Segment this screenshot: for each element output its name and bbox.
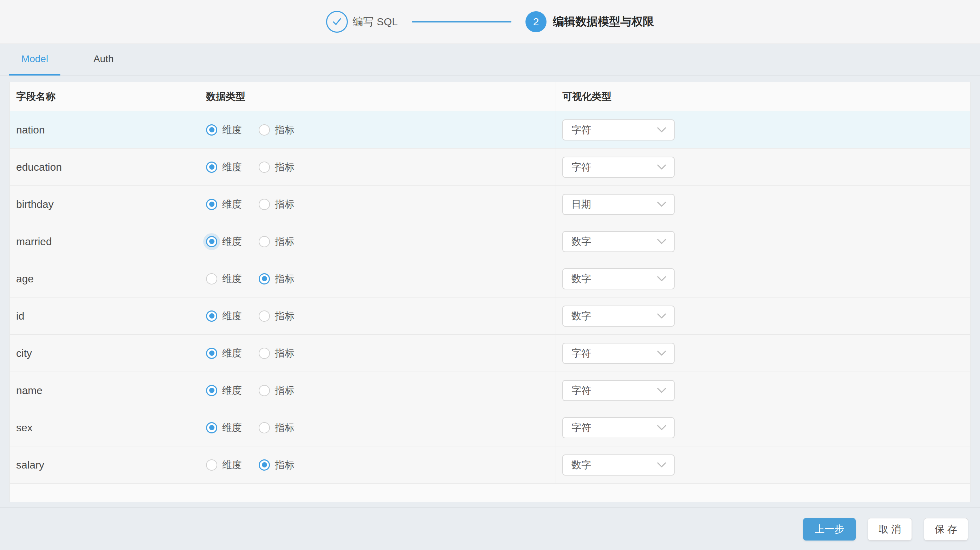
dimension-radio[interactable] [206, 311, 217, 322]
data-type-cell: 维度 指标 [199, 335, 556, 371]
viz-type-select[interactable]: 字符 [562, 343, 675, 364]
metric-radio[interactable] [259, 199, 270, 210]
viz-type-select-value: 数字 [571, 309, 591, 323]
dimension-radio-option[interactable]: 维度 [206, 421, 242, 434]
viz-type-cell: 数字 [556, 298, 970, 334]
dimension-radio[interactable] [206, 422, 217, 434]
dimension-radio-option[interactable]: 维度 [206, 458, 242, 472]
data-type-cell: 维度 指标 [199, 298, 556, 334]
field-name: age [16, 273, 34, 285]
metric-radio-option[interactable]: 指标 [259, 309, 294, 323]
dimension-radio[interactable] [206, 199, 217, 210]
field-name: education [16, 161, 62, 173]
dimension-radio[interactable] [206, 459, 217, 470]
dimension-radio-option[interactable]: 维度 [206, 384, 242, 397]
dimension-radio-option[interactable]: 维度 [206, 309, 242, 323]
viz-type-cell: 数字 [556, 223, 970, 260]
field-name: id [16, 310, 24, 322]
field-name: name [16, 384, 43, 397]
cancel-button[interactable]: 取 消 [868, 518, 912, 540]
chevron-down-icon [657, 164, 666, 170]
metric-radio-option[interactable]: 指标 [259, 458, 294, 472]
metric-radio-option[interactable]: 指标 [259, 384, 294, 397]
save-button[interactable]: 保 存 [924, 518, 968, 540]
step-2-current: 2 编辑数据模型与权限 [525, 11, 654, 32]
data-type-cell: 维度 指标 [199, 148, 556, 185]
dimension-radio[interactable] [206, 161, 217, 173]
tab-auth[interactable]: Auth [78, 44, 129, 75]
viz-type-cell: 数字 [556, 260, 970, 297]
dimension-radio-option[interactable]: 维度 [206, 161, 242, 174]
field-name-cell: city [10, 335, 199, 371]
metric-radio[interactable] [259, 124, 270, 136]
metric-radio-label: 指标 [275, 384, 294, 397]
viz-type-select-value: 日期 [571, 198, 591, 211]
metric-radio[interactable] [259, 459, 270, 470]
viz-type-select[interactable]: 字符 [562, 417, 675, 438]
data-type-cell: 维度 指标 [199, 446, 556, 483]
dimension-radio[interactable] [206, 124, 217, 136]
dimension-radio-label: 维度 [222, 347, 242, 360]
viz-type-select[interactable]: 数字 [562, 231, 675, 252]
viz-type-select[interactable]: 字符 [562, 120, 675, 140]
metric-radio[interactable] [259, 422, 270, 434]
chevron-down-icon [657, 462, 666, 467]
dimension-radio-option[interactable]: 维度 [206, 198, 242, 211]
metric-radio[interactable] [259, 348, 270, 359]
metric-radio-label: 指标 [275, 161, 294, 174]
header-data-type: 数据类型 [199, 82, 556, 111]
field-name-cell: age [10, 260, 199, 297]
step-1-circle [326, 11, 348, 33]
metric-radio-option[interactable]: 指标 [259, 161, 294, 174]
table-body: nation 维度 指标 字符 education [10, 112, 970, 484]
viz-type-select[interactable]: 字符 [562, 380, 675, 401]
metric-radio-label: 指标 [275, 458, 294, 472]
field-name: sex [16, 422, 33, 434]
dimension-radio[interactable] [206, 273, 217, 284]
metric-radio[interactable] [259, 273, 270, 284]
field-name-cell: birthday [10, 186, 199, 223]
table-footer-strip [10, 484, 970, 502]
metric-radio-label: 指标 [275, 421, 294, 434]
dimension-radio[interactable] [206, 385, 217, 396]
metric-radio-option[interactable]: 指标 [259, 421, 294, 434]
step-2-circle: 2 [525, 11, 547, 32]
viz-type-select[interactable]: 日期 [562, 194, 675, 215]
viz-type-select[interactable]: 字符 [562, 157, 675, 178]
dimension-radio-option[interactable]: 维度 [206, 347, 242, 360]
steps-indicator: 编写 SQL 2 编辑数据模型与权限 [326, 11, 654, 33]
field-name: birthday [16, 198, 54, 210]
field-name: salary [16, 459, 44, 471]
dimension-radio-option[interactable]: 维度 [206, 235, 242, 248]
check-icon [332, 18, 342, 26]
viz-type-select-value: 数字 [571, 235, 591, 248]
metric-radio-option[interactable]: 指标 [259, 347, 294, 360]
field-name: city [16, 348, 32, 359]
dimension-radio-option[interactable]: 维度 [206, 123, 242, 137]
table-row: id 维度 指标 数字 [10, 298, 970, 335]
metric-radio[interactable] [259, 311, 270, 322]
metric-radio[interactable] [259, 385, 270, 396]
viz-type-select[interactable]: 数字 [562, 454, 675, 475]
metric-radio-label: 指标 [275, 198, 294, 211]
metric-radio[interactable] [259, 236, 270, 247]
metric-radio-option[interactable]: 指标 [259, 272, 294, 285]
chevron-down-icon [657, 313, 666, 319]
viz-type-cell: 日期 [556, 186, 970, 223]
data-type-cell: 维度 指标 [199, 112, 556, 148]
viz-type-select-value: 字符 [571, 123, 591, 137]
metric-radio-option[interactable]: 指标 [259, 123, 294, 137]
dimension-radio[interactable] [206, 348, 217, 359]
metric-radio-option[interactable]: 指标 [259, 235, 294, 248]
viz-type-select[interactable]: 数字 [562, 268, 675, 289]
viz-type-cell: 字符 [556, 148, 970, 185]
previous-step-button[interactable]: 上一步 [803, 518, 856, 540]
table-row: sex 维度 指标 字符 [10, 409, 970, 446]
viz-type-select[interactable]: 数字 [562, 306, 675, 327]
dimension-radio-option[interactable]: 维度 [206, 272, 242, 285]
metric-radio-option[interactable]: 指标 [259, 198, 294, 211]
dimension-radio[interactable] [206, 236, 217, 247]
tab-model[interactable]: Model [9, 44, 60, 75]
dimension-radio-label: 维度 [222, 123, 242, 137]
metric-radio[interactable] [259, 161, 270, 173]
